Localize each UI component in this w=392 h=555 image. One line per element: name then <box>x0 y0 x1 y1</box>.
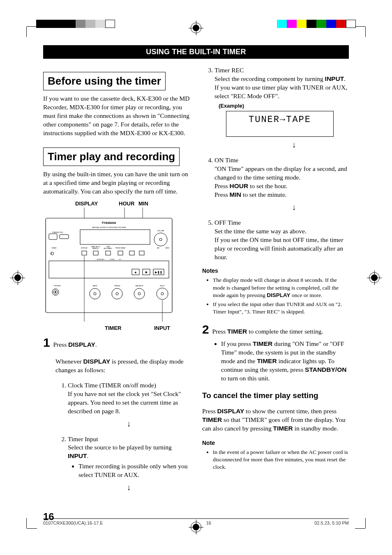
svg-text:— MODE/SET —    — DOWN —  — UP: — MODE/SET — — DOWN — — UP — <box>95 259 123 260</box>
example-label: (Example) <box>219 102 349 110</box>
svg-point-12 <box>159 238 162 241</box>
lcd-text: TUNER→TAPE <box>249 114 311 126</box>
svg-rect-17 <box>82 251 87 255</box>
svg-text:NATURAL SOUND CD RECEIVER CRX-: NATURAL SOUND CD RECEIVER CRX-E300 <box>92 226 126 228</box>
svg-text:VOLUME: VOLUME <box>157 230 164 232</box>
svg-point-47 <box>116 292 118 295</box>
label-display: DISPLAY <box>75 200 98 207</box>
substep-on-time: ON Time "ON Time" appears on the display… <box>214 156 349 213</box>
substep-timer-rec: Timer REC Select the recording component… <box>214 66 349 150</box>
section-header: USING THE BUILT-IN TIMER <box>43 45 349 59</box>
note-item: If you select the input other than TUNER… <box>213 301 349 315</box>
left-column: Before using the timer If you want to us… <box>43 66 190 499</box>
crop-mark <box>355 16 376 37</box>
svg-rect-8 <box>49 234 57 240</box>
label-input: INPUT <box>154 325 170 332</box>
substep-clock-time: Clock Time (TIMER on/off mode) If you ha… <box>68 381 190 429</box>
svg-point-53 <box>161 292 164 295</box>
body-text: Press DISPLAY to show the current time, … <box>202 407 349 433</box>
right-column: Timer REC Select the recording component… <box>202 66 349 499</box>
registration-mark <box>12 272 23 283</box>
step-1: 1 Press DISPLAY. Whenever DISPLAY is pre… <box>43 334 190 493</box>
crop-mark <box>16 16 37 37</box>
body-text: By using the built-in timer, you can hav… <box>43 170 190 196</box>
svg-text:INPUT: INPUT <box>160 285 165 287</box>
svg-text:▲: ▲ <box>134 270 137 274</box>
svg-point-15 <box>51 253 52 254</box>
crop-mark <box>16 518 37 539</box>
label-timer: TIMER <box>105 325 121 332</box>
down-arrow-icon: ↓ <box>239 139 349 150</box>
note-item: The display mode will change in about 8 … <box>213 276 349 299</box>
svg-text:DISPLAY: DISPLAY <box>81 247 88 249</box>
receiver-diagram: DISPLAY HOUR MIN ®YAMAHA NATURAL SOUND C… <box>43 200 190 332</box>
substep-off-time: OFF Time Set the time the same way as ab… <box>214 219 349 262</box>
footer-center: 16 <box>206 520 211 525</box>
note-item: In the event of a power failure or when … <box>213 449 349 471</box>
svg-rect-6 <box>80 230 150 244</box>
receiver-svg: ®YAMAHA NATURAL SOUND CD RECEIVER CRX-E3… <box>43 207 175 322</box>
heading-cancel: To cancel the timer play setting <box>202 390 349 401</box>
down-arrow-icon: ↓ <box>239 202 349 213</box>
body-text: If you want to use the cassette deck, KX… <box>43 94 190 138</box>
svg-rect-30 <box>49 261 169 278</box>
svg-text:■: ■ <box>145 270 148 274</box>
down-arrow-icon: ↓ <box>68 482 190 493</box>
step-number: 1 <box>43 336 50 349</box>
crop-mark <box>355 518 376 539</box>
svg-text:BASS: BASS <box>93 285 97 287</box>
svg-rect-23 <box>106 251 111 255</box>
notes-heading: Note <box>202 439 349 447</box>
svg-point-41 <box>55 291 56 293</box>
svg-rect-27 <box>139 251 144 255</box>
content-area: USING THE BUILT-IN TIMER Before using th… <box>43 45 349 510</box>
svg-text:TIMER: TIMER <box>51 247 57 249</box>
footer: 0107CRXE300(UCA).16-17.E 16 02.5.23, 5:1… <box>43 518 349 525</box>
step-text: Press TIMER to complete the timer settin… <box>212 328 323 335</box>
step-text: Press DISPLAY. <box>53 341 97 348</box>
svg-text:STANDBY/ON: STANDBY/ON <box>52 231 63 233</box>
color-bars <box>36 20 115 28</box>
svg-rect-9 <box>60 235 69 239</box>
step-text: Whenever DISPLAY is pressed, the display… <box>55 357 190 375</box>
svg-text:MEMORY: MEMORY <box>92 248 99 249</box>
svg-point-50 <box>138 292 141 295</box>
svg-text:TREBLE: TREBLE <box>114 285 120 287</box>
lcd-display: TUNER→TAPE <box>226 111 334 137</box>
svg-text:PHONES: PHONES <box>54 285 61 287</box>
bullet: If you press TIMER during "ON Time" or "… <box>221 340 349 383</box>
svg-text:PRESET/BAND: PRESET/BAND <box>115 247 126 249</box>
footer-left: 0107CRXE300(UCA).16-17.E <box>43 520 103 525</box>
step-number: 2 <box>202 322 209 336</box>
substep-timer-input: Timer Input Select the source to be play… <box>68 435 190 493</box>
svg-rect-26 <box>129 251 134 255</box>
svg-rect-20 <box>93 251 98 255</box>
label-min: MIN <box>138 200 148 207</box>
svg-text:▶/❚❚: ▶/❚❚ <box>155 271 163 274</box>
svg-text:BALANCE: BALANCE <box>136 285 143 287</box>
page: USING THE BUILT-IN TIMER Before using th… <box>0 0 392 555</box>
svg-rect-25 <box>118 251 123 255</box>
label-hour: HOUR <box>119 200 134 207</box>
svg-text:TAPE: TAPE <box>165 247 169 249</box>
bullet: Timer recording is possible only when yo… <box>78 462 190 479</box>
svg-text:®YAMAHA: ®YAMAHA <box>101 221 116 224</box>
notes-heading: Notes <box>202 267 349 275</box>
svg-text:AUTO/MAN'L: AUTO/MAN'L <box>104 248 112 249</box>
heading-before-using: Before using the timer <box>43 72 166 90</box>
svg-text:MD: MD <box>157 247 159 249</box>
svg-point-44 <box>94 292 96 295</box>
registration-mark <box>369 272 380 283</box>
color-bars <box>277 20 356 28</box>
down-arrow-icon: ↓ <box>68 418 190 429</box>
footer-right: 02.5.23, 5:10 PM <box>314 520 349 525</box>
registration-mark <box>191 23 201 33</box>
heading-timer-play: Timer play and recording <box>43 147 180 166</box>
step-2: 2 Press TIMER to complete the timer sett… <box>202 321 349 382</box>
